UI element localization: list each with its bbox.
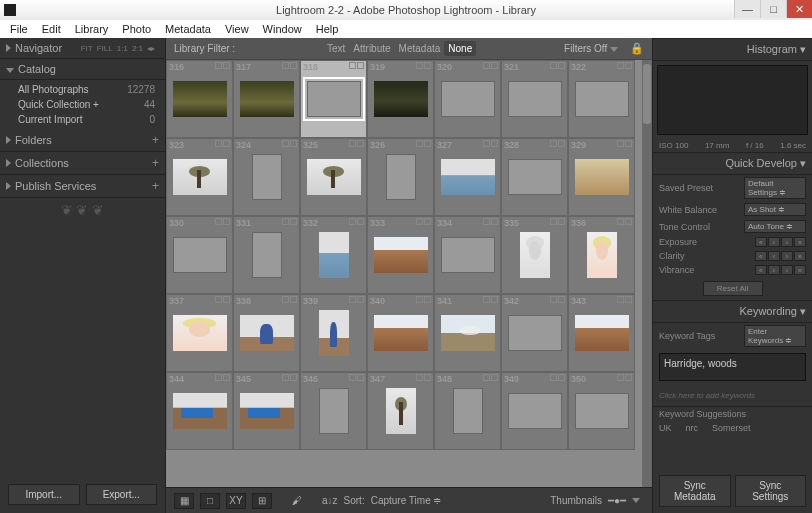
- cell-flags[interactable]: [483, 218, 498, 225]
- plus-icon[interactable]: +: [152, 179, 159, 193]
- cell-flags[interactable]: [215, 374, 230, 381]
- compare-view-button[interactable]: XY: [226, 493, 246, 509]
- menu-help[interactable]: Help: [310, 21, 345, 37]
- thumbnail-cell[interactable]: 343: [568, 294, 635, 372]
- thumbnail-cell[interactable]: 324: [233, 138, 300, 216]
- filter-tab-attribute[interactable]: Attribute: [349, 41, 394, 56]
- thumbnail-image[interactable]: [319, 232, 349, 278]
- import-button[interactable]: Import...: [8, 484, 80, 505]
- keyword-mode-dropdown[interactable]: Enter Keywords ≑: [744, 325, 806, 347]
- thumbnail-cell[interactable]: 325: [300, 138, 367, 216]
- cell-flags[interactable]: [215, 218, 230, 225]
- thumbnail-cell[interactable]: 347: [367, 372, 434, 450]
- thumbnail-cell[interactable]: 328: [501, 138, 568, 216]
- thumbnail-image[interactable]: [173, 159, 227, 195]
- thumbnail-cell[interactable]: 339: [300, 294, 367, 372]
- thumbnail-image[interactable]: [240, 81, 294, 117]
- thumbnail-cell[interactable]: 337: [166, 294, 233, 372]
- thumbnail-cell[interactable]: 319: [367, 60, 434, 138]
- cell-flags[interactable]: [617, 296, 632, 303]
- histogram-panel-header[interactable]: Histogram ▾: [653, 38, 812, 61]
- thumbnail-cell[interactable]: 336: [568, 216, 635, 294]
- menu-library[interactable]: Library: [69, 21, 115, 37]
- thumbnail-cell[interactable]: 329: [568, 138, 635, 216]
- keywording-panel-header[interactable]: Keywording ▾: [653, 300, 812, 323]
- thumbnail-cell[interactable]: 326: [367, 138, 434, 216]
- sync-settings-button[interactable]: Sync Settings: [735, 475, 807, 507]
- window-minimize-button[interactable]: —: [734, 0, 760, 18]
- sort-dropdown[interactable]: Capture Time ≑: [371, 495, 442, 506]
- thumbnail-image[interactable]: [441, 159, 495, 195]
- lock-icon[interactable]: 🔒: [630, 42, 644, 55]
- thumbnail-image[interactable]: [173, 393, 227, 429]
- folders-panel-header[interactable]: Folders +: [0, 129, 165, 152]
- thumbnail-image[interactable]: [240, 393, 294, 429]
- thumbnail-cell[interactable]: 320: [434, 60, 501, 138]
- scrollbar-thumb[interactable]: [643, 64, 651, 124]
- thumbnail-cell[interactable]: 333: [367, 216, 434, 294]
- cell-flags[interactable]: [550, 374, 565, 381]
- thumbnail-image[interactable]: [319, 388, 349, 434]
- filter-tab-text[interactable]: Text: [323, 41, 349, 56]
- thumbnail-image[interactable]: [374, 237, 428, 273]
- cell-flags[interactable]: [483, 62, 498, 69]
- thumbnail-cell[interactable]: 349: [501, 372, 568, 450]
- cell-flags[interactable]: [416, 296, 431, 303]
- thumbnail-image[interactable]: [319, 310, 349, 356]
- menu-view[interactable]: View: [219, 21, 255, 37]
- thumbnail-image[interactable]: [307, 159, 361, 195]
- cell-flags[interactable]: [282, 218, 297, 225]
- cell-flags[interactable]: [349, 296, 364, 303]
- thumbnail-image[interactable]: [441, 315, 495, 351]
- thumbnail-image[interactable]: [587, 232, 617, 278]
- menu-edit[interactable]: Edit: [36, 21, 67, 37]
- thumbnail-cell[interactable]: 316: [166, 60, 233, 138]
- thumbnail-grid[interactable]: 3163173183193203213223233243253263273283…: [166, 60, 652, 487]
- cell-flags[interactable]: [349, 62, 364, 69]
- thumbnail-cell[interactable]: 332: [300, 216, 367, 294]
- qd-select[interactable]: Default Settings ≑: [744, 177, 806, 199]
- cell-flags[interactable]: [215, 140, 230, 147]
- keyword-suggestion[interactable]: UK: [659, 423, 672, 433]
- thumbnail-cell[interactable]: 346: [300, 372, 367, 450]
- thumbnail-image[interactable]: [374, 315, 428, 351]
- chevron-down-icon[interactable]: [632, 498, 640, 503]
- survey-view-button[interactable]: ⊞: [252, 493, 272, 509]
- cell-flags[interactable]: [282, 296, 297, 303]
- thumbnail-image[interactable]: [575, 81, 629, 117]
- thumbnail-image[interactable]: [441, 237, 495, 273]
- menu-file[interactable]: File: [4, 21, 34, 37]
- cell-flags[interactable]: [416, 62, 431, 69]
- thumbnail-cell[interactable]: 317: [233, 60, 300, 138]
- cell-flags[interactable]: [550, 296, 565, 303]
- thumbnail-image[interactable]: [173, 81, 227, 117]
- cell-flags[interactable]: [483, 140, 498, 147]
- grid-view-button[interactable]: ▦: [174, 493, 194, 509]
- stepper[interactable]: «‹›»: [755, 265, 806, 275]
- thumbnail-cell[interactable]: 322: [568, 60, 635, 138]
- cell-flags[interactable]: [215, 62, 230, 69]
- thumbnail-cell[interactable]: 342: [501, 294, 568, 372]
- publish-panel-header[interactable]: Publish Services +: [0, 175, 165, 198]
- thumbnail-cell[interactable]: 335: [501, 216, 568, 294]
- thumbnail-cell[interactable]: 331: [233, 216, 300, 294]
- keyword-suggestion[interactable]: Somerset: [712, 423, 751, 433]
- cell-flags[interactable]: [550, 62, 565, 69]
- navigator-panel-header[interactable]: Navigator FITFILL1:12:1◂▸: [0, 38, 165, 59]
- thumbnail-image[interactable]: [374, 81, 428, 117]
- cell-flags[interactable]: [617, 140, 632, 147]
- thumbnail-image[interactable]: [173, 315, 227, 351]
- thumbnail-image[interactable]: [508, 81, 562, 117]
- thumbnail-cell[interactable]: 330: [166, 216, 233, 294]
- thumbnail-size-slider[interactable]: ━●━: [608, 495, 626, 506]
- sync-metadata-button[interactable]: Sync Metadata: [659, 475, 731, 507]
- cell-flags[interactable]: [550, 218, 565, 225]
- thumbnail-image[interactable]: [252, 154, 282, 200]
- plus-icon[interactable]: +: [152, 156, 159, 170]
- keyword-add-hint[interactable]: Click here to add keywords: [653, 385, 812, 406]
- collections-panel-header[interactable]: Collections +: [0, 152, 165, 175]
- grid-scrollbar[interactable]: [642, 60, 652, 487]
- thumbnail-cell[interactable]: 323: [166, 138, 233, 216]
- catalog-item[interactable]: Quick Collection +44: [0, 97, 165, 112]
- plus-icon[interactable]: +: [152, 133, 159, 147]
